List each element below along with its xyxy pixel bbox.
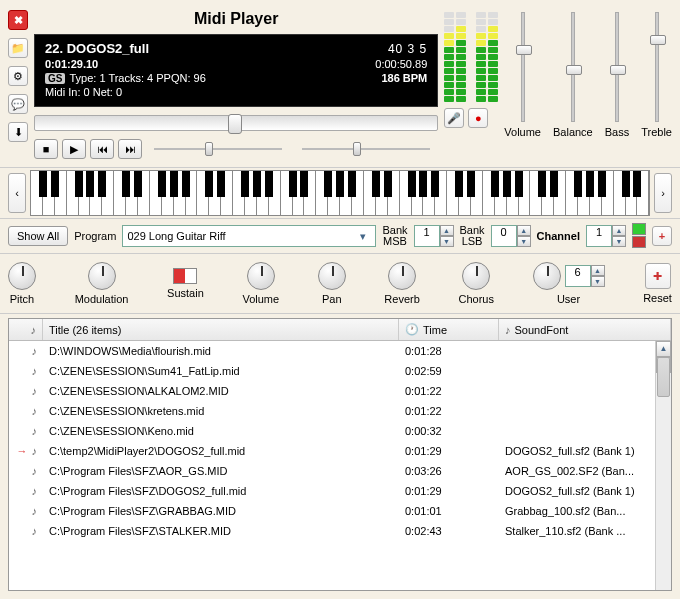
show-all-button[interactable]: Show All — [8, 226, 68, 246]
program-label: Program — [74, 230, 116, 242]
track-title: 22. DOGOS2_full — [45, 41, 149, 56]
volume-knob[interactable] — [247, 262, 275, 290]
row-time: 0:01:01 — [399, 504, 499, 518]
note-icon: ♪ — [32, 525, 38, 537]
row-time: 0:01:29 — [399, 444, 499, 458]
mic-button[interactable]: 🎤 — [444, 108, 464, 128]
row-soundfont — [499, 370, 655, 372]
treble-slider[interactable] — [655, 12, 659, 122]
row-title: C:\ZENE\SESSION\Sum41_FatLip.mid — [43, 364, 399, 378]
treble-label: Treble — [641, 126, 672, 138]
row-time: 0:03:26 — [399, 464, 499, 478]
app-title: Midi Player — [34, 8, 438, 30]
reverb-knob[interactable] — [388, 262, 416, 290]
playlist-row[interactable]: ♪ C:\Program Files\SFZ\AOR_GS.MID 0:03:2… — [9, 461, 655, 481]
playlist: ♪ Title (26 items) 🕐Time ♪SoundFont ♪ D:… — [8, 318, 672, 591]
play-button[interactable]: ▶ — [62, 139, 86, 159]
channel-spinner[interactable]: 1 ▲▼ — [586, 225, 626, 247]
playlist-row[interactable]: ♪ C:\ZENE\SESSION\Keno.mid 0:00:32 — [9, 421, 655, 441]
playlist-scrollbar[interactable]: ▲ ▼ — [655, 341, 671, 590]
bpm: 186 BPM — [381, 72, 427, 84]
pan-knob[interactable] — [318, 262, 346, 290]
balance-slider[interactable] — [571, 12, 575, 122]
seek-slider[interactable] — [34, 115, 438, 131]
total-time: 0:00:50.89 — [375, 58, 427, 70]
comment-button[interactable]: 💬 — [8, 94, 28, 114]
scroll-up-button[interactable]: ▲ — [656, 341, 671, 357]
playlist-row[interactable]: →♪ C:\temp2\MidiPlayer2\DOGOS2_full.mid … — [9, 441, 655, 461]
note-icon: ♪ — [505, 324, 511, 336]
note-icon: ♪ — [32, 385, 38, 397]
bank-lsb-spinner[interactable]: 0 ▲▼ — [491, 225, 531, 247]
piano-scroll-right[interactable]: › — [654, 173, 672, 213]
piano-keyboard[interactable] — [30, 170, 650, 216]
row-title: C:\Program Files\SFZ\AOR_GS.MID — [43, 464, 399, 478]
row-title: D:\WINDOWS\Media\flourish.mid — [43, 344, 399, 358]
midi-info: Midi In: 0 Net: 0 — [45, 86, 122, 98]
playlist-row[interactable]: ♪ C:\ZENE\SESSION\Sum41_FatLip.mid 0:02:… — [9, 361, 655, 381]
user-knob[interactable] — [533, 262, 561, 290]
sustain-toggle[interactable] — [173, 268, 197, 284]
channel-label: Channel — [537, 230, 580, 242]
playlist-row[interactable]: ♪ C:\ZENE\SESSION\kretens.mid 0:01:22 — [9, 401, 655, 421]
row-time: 0:01:28 — [399, 344, 499, 358]
row-soundfont: Stalker_110.sf2 (Bank ... — [499, 524, 655, 538]
bass-slider[interactable] — [615, 12, 619, 122]
type-line: Type: 1 Tracks: 4 PPQN: 96 — [69, 72, 205, 84]
row-title: C:\temp2\MidiPlayer2\DOGOS2_full.mid — [43, 444, 399, 458]
column-soundfont[interactable]: ♪SoundFont — [499, 319, 671, 340]
note-icon: ♪ — [32, 445, 38, 457]
pitch-knob[interactable] — [8, 262, 36, 290]
row-soundfont: AOR_GS_002.SF2 (Ban... — [499, 464, 655, 478]
add-channel-button[interactable]: + — [652, 226, 672, 246]
bank-msb-label: Bank MSB — [382, 225, 407, 247]
close-button[interactable]: ✖ — [8, 10, 28, 30]
bank-msb-spinner[interactable]: 1 ▲▼ — [414, 225, 454, 247]
stop-button[interactable]: ■ — [34, 139, 58, 159]
record-button[interactable]: ● — [468, 108, 488, 128]
next-button[interactable]: ⏭ — [118, 139, 142, 159]
download-button[interactable]: ⬇ — [8, 122, 28, 142]
note-icon: ♪ — [31, 324, 37, 336]
note-icon: ♪ — [32, 505, 38, 517]
row-soundfont: DOGOS2_full.sf2 (Bank 1) — [499, 484, 655, 498]
bass-label: Bass — [605, 126, 629, 138]
note-icon: ♪ — [32, 465, 38, 477]
chorus-knob[interactable] — [462, 262, 490, 290]
row-soundfont: Grabbag_100.sf2 (Ban... — [499, 504, 655, 518]
playlist-row[interactable]: ♪ C:\Program Files\SFZ\DOGOS2_full.mid 0… — [9, 481, 655, 501]
row-title: C:\ZENE\SESSION\Keno.mid — [43, 424, 399, 438]
column-time[interactable]: 🕐Time — [399, 319, 499, 340]
row-soundfont — [499, 430, 655, 432]
playlist-row[interactable]: ♪ C:\Program Files\SFZ\GRABBAG.MID 0:01:… — [9, 501, 655, 521]
now-playing-icon: → — [17, 445, 28, 457]
tempo-slider[interactable] — [154, 144, 282, 154]
playlist-row[interactable]: ♪ C:\Program Files\SFZ\STALKER.MID 0:02:… — [9, 521, 655, 541]
balance-label: Balance — [553, 126, 593, 138]
column-title[interactable]: Title (26 items) — [43, 319, 399, 340]
playlist-row[interactable]: ♪ D:\WINDOWS\Media\flourish.mid 0:01:28 — [9, 341, 655, 361]
user-spinner[interactable]: 6 ▲▼ — [565, 265, 605, 287]
row-soundfont — [499, 350, 655, 352]
program-select[interactable]: 029 Long Guitar Riff ▾ — [122, 225, 376, 247]
clock-icon: 🕐 — [405, 323, 419, 336]
pitch-slider[interactable] — [302, 144, 430, 154]
prev-button[interactable]: ⏮ — [90, 139, 114, 159]
row-title: C:\Program Files\SFZ\STALKER.MID — [43, 524, 399, 538]
note-icon: ♪ — [32, 405, 38, 417]
piano-scroll-left[interactable]: ‹ — [8, 173, 26, 213]
open-file-button[interactable]: 📁 — [8, 38, 28, 58]
row-soundfont — [499, 390, 655, 392]
row-time: 0:02:43 — [399, 524, 499, 538]
row-time: 0:00:32 — [399, 424, 499, 438]
row-title: C:\Program Files\SFZ\DOGOS2_full.mid — [43, 484, 399, 498]
settings-button[interactable]: ⚙ — [8, 66, 28, 86]
preset-add-button[interactable] — [632, 223, 646, 235]
row-title: C:\ZENE\SESSION\kretens.mid — [43, 404, 399, 418]
playlist-row[interactable]: ♪ C:\ZENE\SESSION\ALKALOM2.MID 0:01:22 — [9, 381, 655, 401]
volume-slider[interactable] — [521, 12, 525, 122]
preset-remove-button[interactable] — [632, 236, 646, 248]
reset-button[interactable]: ✚ — [645, 263, 671, 289]
modulation-knob[interactable] — [88, 262, 116, 290]
note-icon: ♪ — [32, 365, 38, 377]
